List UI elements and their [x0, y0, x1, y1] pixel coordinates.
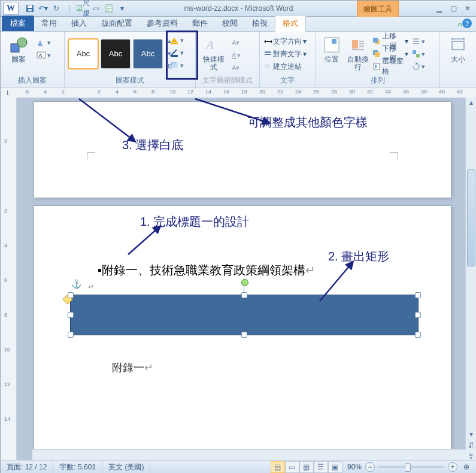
style-swatch-2[interactable]: Abc: [101, 39, 131, 69]
view-read-icon[interactable]: ▭: [285, 461, 299, 473]
minimize-ribbon-icon[interactable]: ᐱ: [457, 22, 462, 28]
text-fill-icon: A▾: [231, 37, 256, 48]
language-indicator[interactable]: 英文 (美國): [102, 460, 150, 473]
quick-styles-button: A 快速樣式: [199, 33, 228, 74]
help-icon[interactable]: ?: [462, 19, 472, 28]
position-label: 位置: [325, 56, 339, 63]
svg-rect-8: [171, 43, 178, 44]
svg-point-5: [17, 38, 27, 47]
page-current[interactable]: ▪附錄一、技術急職業教育政策綱領架構↵ ⚓ ↵ 附錄一↵: [34, 205, 451, 458]
size-label: 大小: [451, 56, 465, 63]
heading-text[interactable]: ▪附錄一、技術急職業教育政策綱領架構↵: [98, 262, 316, 278]
view-buttons: ▤ ▭ ▦ ☰ ▣: [271, 461, 342, 473]
body-text[interactable]: 附錄一↵: [112, 360, 153, 375]
page-indicator[interactable]: 頁面: 12 / 12: [1, 460, 53, 473]
page-icon[interactable]: [104, 3, 114, 14]
view-outline-icon[interactable]: ☰: [314, 461, 328, 473]
scroll-up-icon[interactable]: ▴: [466, 98, 476, 107]
rectangle-shape[interactable]: [70, 295, 419, 335]
zoom-fit-icon[interactable]: ⊕: [461, 463, 472, 471]
selection-handle[interactable]: [415, 292, 421, 298]
prev-page-icon[interactable]: ⭿: [466, 440, 476, 450]
selection-handle[interactable]: [241, 332, 247, 338]
tab-references[interactable]: 參考資料: [140, 16, 185, 31]
redo-icon[interactable]: ↻: [51, 3, 62, 14]
quick-styles-label: 快速樣式: [201, 56, 227, 71]
edit-shape-icon[interactable]: ▾: [35, 37, 60, 48]
shape-outline-icon[interactable]: ▾: [168, 47, 193, 59]
style-swatch-3[interactable]: Abc: [133, 39, 163, 69]
qat-more-icon[interactable]: ▾: [117, 3, 128, 14]
word-count[interactable]: 字數: 5,601: [53, 460, 102, 473]
view-print-icon[interactable]: ▤: [271, 461, 285, 473]
vertical-ruler[interactable]: 22468101214: [1, 98, 17, 460]
selection-handle[interactable]: [241, 292, 247, 298]
selection-pane-button[interactable]: 選取窗格: [372, 60, 408, 72]
ruler-toggle[interactable]: ☑尺規: [77, 3, 88, 14]
app-icon[interactable]: W: [3, 2, 19, 15]
zoom-out-icon[interactable]: −: [365, 462, 375, 472]
group-label-insert: 插入圖案: [4, 74, 60, 87]
scroll-down-icon[interactable]: ▾: [466, 429, 476, 439]
svg-rect-20: [373, 38, 378, 43]
viewport[interactable]: ▪附錄一、技術急職業教育政策綱領架構↵ ⚓ ↵ 附錄一↵: [17, 98, 476, 460]
horizontal-scrollbar[interactable]: [32, 449, 466, 460]
size-button[interactable]: 大小: [444, 33, 472, 66]
close-icon[interactable]: ✕: [462, 4, 473, 13]
text-effects-icon: A▾: [231, 62, 256, 74]
group-arrange: 位置 自動換行 上移一層▾ 下移一層▾ 選取窗格 ▾ ▾ ▾ 排列: [316, 32, 440, 87]
textbox-icon[interactable]: A▾: [35, 49, 60, 61]
quick-access-toolbar: ↶▾ ↻ | ☑尺規 ▭ ▾: [25, 3, 128, 14]
tab-mailings[interactable]: 郵件: [185, 16, 215, 31]
tab-format[interactable]: 格式: [275, 15, 306, 32]
align-icon[interactable]: ▾: [411, 35, 436, 47]
view-web-icon[interactable]: ▦: [299, 461, 314, 473]
minimize-icon[interactable]: ▁: [433, 4, 444, 13]
svg-rect-11: [172, 63, 178, 68]
zoom-slider[interactable]: [378, 466, 444, 468]
tab-view[interactable]: 檢視: [245, 16, 275, 31]
zoom-knob[interactable]: [405, 463, 411, 472]
selection-handle[interactable]: [68, 312, 74, 318]
style-swatch-1[interactable]: Abc: [68, 39, 98, 69]
tab-file[interactable]: 檔案: [2, 16, 34, 31]
svg-rect-22: [375, 52, 380, 57]
save-icon[interactable]: [25, 3, 35, 14]
scroll-thumb[interactable]: [467, 169, 475, 266]
shape-effects-icon[interactable]: ▾: [168, 59, 193, 71]
wrap-button[interactable]: 自動換行: [346, 33, 370, 74]
vertical-scrollbar[interactable]: ▴ ▾ ⭿ ⭽: [465, 98, 476, 460]
selection-handle[interactable]: [415, 332, 421, 338]
tab-insert[interactable]: 插入: [64, 16, 94, 31]
restore-icon[interactable]: ▢: [448, 4, 459, 13]
position-button[interactable]: 位置: [320, 33, 344, 66]
view-draft-icon[interactable]: ▣: [328, 461, 342, 473]
rotate-handle[interactable]: [241, 279, 248, 286]
shape-fill-icon[interactable]: ▾: [168, 34, 193, 46]
window-title: ms-word-zz.docx - Microsoft Word: [184, 4, 293, 13]
zoom-level[interactable]: 90%: [347, 463, 362, 471]
text-direction-button[interactable]: ⟷文字方向▾: [263, 35, 307, 47]
undo-icon[interactable]: ↶▾: [38, 3, 48, 14]
anchor-icon[interactable]: ⚓: [71, 279, 81, 289]
group-icon[interactable]: ▾: [411, 48, 436, 60]
tab-layout[interactable]: 版面配置: [94, 16, 140, 31]
tab-review[interactable]: 校閱: [215, 16, 245, 31]
tab-home[interactable]: 常用: [34, 16, 64, 31]
group-insert-shapes: 圖案 ▾ A▾ 插入圖案: [1, 32, 65, 87]
rotate-icon[interactable]: ▾: [411, 60, 436, 72]
shapes-button[interactable]: 圖案: [4, 33, 33, 66]
zoom-in-icon[interactable]: +: [448, 462, 457, 472]
align-text-button[interactable]: 對齊文字▾: [263, 48, 307, 60]
selection-handle[interactable]: [68, 332, 74, 338]
new-icon[interactable]: ▭: [90, 3, 101, 14]
group-label-wordart: 文字藝術師樣式: [199, 74, 256, 87]
document-area: 22468101214 ▪附錄一、技術急職業教育政策綱領架構↵ ⚓ ↵: [1, 98, 476, 460]
selection-handle[interactable]: [415, 312, 421, 318]
next-page-icon[interactable]: ⭽: [466, 451, 476, 460]
status-bar: 頁面: 12 / 12 字數: 5,601 英文 (美國) ▤ ▭ ▦ ☰ ▣ …: [1, 460, 476, 473]
wrap-icon: [348, 35, 368, 54]
svg-text:A: A: [39, 53, 43, 58]
svg-rect-27: [452, 41, 464, 50]
selection-handle[interactable]: [68, 292, 74, 298]
